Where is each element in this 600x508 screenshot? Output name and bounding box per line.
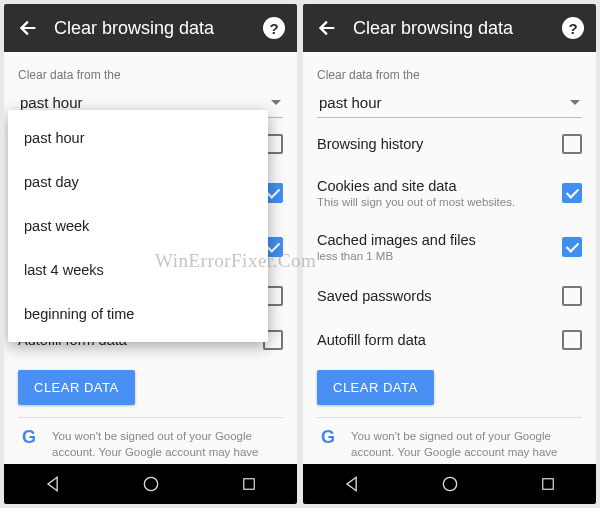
nav-recent-icon[interactable] [240,475,258,493]
help-button[interactable]: ? [263,17,285,39]
back-button[interactable] [12,12,44,44]
nav-recent-icon[interactable] [539,475,557,493]
option-past-hour[interactable]: past hour [8,116,268,160]
item-passwords: Saved passwords [317,274,582,318]
footer-note: G You won't be signed out of your Google… [18,417,283,464]
checkbox-cookies[interactable] [562,183,582,203]
nav-home-icon[interactable] [141,474,161,494]
app-bar: Clear browsing data ? [4,4,297,52]
time-range-hint: Clear data from the [317,68,582,82]
svg-point-0 [145,477,158,490]
checkbox-passwords[interactable] [562,286,582,306]
item-label: Browsing history [317,136,562,152]
arrow-left-icon [316,17,338,39]
phone-right: Clear browsing data ? Clear data from th… [303,4,596,504]
item-autofill: Autofill form data [317,318,582,362]
footer-text: You won't be signed out of your Google a… [351,428,578,464]
checkbox-cache[interactable] [562,237,582,257]
option-past-day[interactable]: past day [8,160,268,204]
android-nav-bar [4,464,297,504]
android-nav-bar [303,464,596,504]
page-title: Clear browsing data [343,18,562,39]
nav-back-icon[interactable] [342,474,362,494]
item-label: Cached images and files [317,232,562,248]
nav-back-icon[interactable] [43,474,63,494]
item-label: Cookies and site data [317,178,562,194]
svg-rect-3 [543,479,554,490]
clear-data-button[interactable]: CLEAR DATA [18,370,135,405]
google-logo-icon: G [321,428,341,448]
time-range-popup: past hour past day past week last 4 week… [8,110,268,342]
help-button[interactable]: ? [562,17,584,39]
checkbox-browsing-history[interactable] [562,134,582,154]
svg-point-2 [444,477,457,490]
item-sublabel: This will sign you out of most websites. [317,196,562,208]
chevron-down-icon [271,100,281,105]
option-last-4-weeks[interactable]: last 4 weeks [8,248,268,292]
arrow-left-icon [17,17,39,39]
item-browsing-history: Browsing history [317,122,582,166]
item-cache: Cached images and filesless than 1 MB [317,220,582,274]
time-range-dropdown[interactable]: past hour [317,86,582,118]
back-button[interactable] [311,12,343,44]
phone-left: Clear browsing data ? Clear data from th… [4,4,297,504]
item-label: Saved passwords [317,288,562,304]
chevron-down-icon [570,100,580,105]
screenshot-pair: Clear browsing data ? Clear data from th… [0,0,600,508]
google-logo-icon: G [22,428,42,448]
time-range-hint: Clear data from the [18,68,283,82]
item-sublabel: less than 1 MB [317,250,562,262]
content-area: Clear data from the past hour Browsing h… [4,52,297,464]
clear-data-button[interactable]: CLEAR DATA [317,370,434,405]
dropdown-value: past hour [319,94,570,111]
option-beginning-of-time[interactable]: beginning of time [8,292,268,336]
footer-note: G You won't be signed out of your Google… [317,417,582,464]
checkbox-autofill[interactable] [562,330,582,350]
content-area: Clear data from the past hour Browsing h… [303,52,596,464]
item-label: Autofill form data [317,332,562,348]
svg-rect-1 [244,479,255,490]
option-past-week[interactable]: past week [8,204,268,248]
app-bar: Clear browsing data ? [303,4,596,52]
footer-text: You won't be signed out of your Google a… [52,428,279,464]
page-title: Clear browsing data [44,18,263,39]
item-cookies: Cookies and site dataThis will sign you … [317,166,582,220]
dropdown-value: past hour [20,94,271,111]
nav-home-icon[interactable] [440,474,460,494]
